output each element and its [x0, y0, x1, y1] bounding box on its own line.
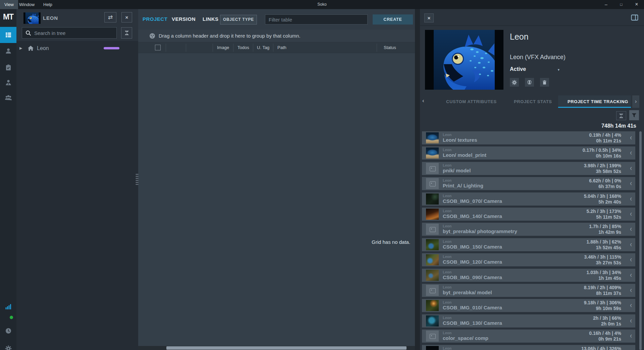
- column-header-path[interactable]: Path: [277, 45, 286, 50]
- time-tracking-row[interactable]: LeonCSOB_IMG_010/ Camera9.18h / 3h | 306…: [422, 299, 635, 312]
- horizontal-scrollbar-thumb[interactable]: [166, 346, 407, 350]
- sidebar-item-settings[interactable]: [0, 341, 16, 350]
- entry-expand-chevron-icon[interactable]: ‹: [630, 240, 632, 249]
- minimize-button[interactable]: –: [601, 0, 611, 9]
- entry-expand-chevron-icon[interactable]: ‹: [630, 133, 632, 142]
- close-window-button[interactable]: ×: [632, 0, 642, 9]
- sidebar-item-person[interactable]: [0, 43, 16, 59]
- entry-expand-chevron-icon[interactable]: ‹: [630, 148, 632, 157]
- close-tree-panel-button[interactable]: ×: [121, 12, 132, 23]
- time-tracking-row[interactable]: LeonCSOB_IMG_150/ Camera1.88h / 3h | 62%…: [422, 238, 635, 251]
- column-separator: [166, 44, 166, 52]
- entry-hours-ratio: 6.62h / 0h | 0%: [589, 178, 621, 183]
- entry-project: Leon: [443, 148, 451, 152]
- entry-expand-chevron-icon[interactable]: ‹: [630, 225, 632, 233]
- entry-time: 5h 2m 40s: [598, 199, 621, 205]
- entry-hours-ratio: 13.06h / 4h | 326%: [581, 346, 621, 350]
- search-input[interactable]: [22, 27, 117, 39]
- time-tracking-row[interactable]: Leonbyt_prerabka/ photogrammetry1.7h / 2…: [422, 223, 635, 236]
- entry-expand-chevron-icon[interactable]: ‹: [630, 347, 632, 350]
- entry-hours-ratio: 3.98h / 2h | 199%: [584, 163, 621, 168]
- entry-hours-ratio: 2h / 3h | 66%: [593, 315, 621, 321]
- filter-table-input[interactable]: [265, 14, 368, 25]
- entry-expand-chevron-icon[interactable]: ‹: [630, 332, 632, 340]
- entry-project: Leon: [443, 239, 451, 244]
- entry-expand-chevron-icon[interactable]: ‹: [630, 164, 632, 173]
- column-header-status[interactable]: Status: [384, 45, 396, 50]
- group-icon: [149, 33, 155, 39]
- entry-project: Leon: [443, 270, 451, 274]
- time-tracking-list: LeonLeon/ textures0.19h / 4h | 4%0h 11m …: [420, 9, 644, 350]
- online-status-dot: [10, 316, 13, 319]
- time-tracking-row[interactable]: Leonbyt_prerabka/ model8.19h / 2h | 409%…: [422, 284, 635, 297]
- entry-expand-chevron-icon[interactable]: ‹: [630, 179, 632, 188]
- entry-expand-chevron-icon[interactable]: ‹: [630, 316, 632, 325]
- entry-thumbnail: [426, 315, 439, 326]
- sidebar-item-time[interactable]: [0, 323, 16, 339]
- create-button[interactable]: CREATE: [373, 14, 413, 25]
- entry-expand-chevron-icon[interactable]: ‹: [630, 255, 632, 264]
- entry-project: Leon: [443, 300, 451, 304]
- sidebar-item-manager[interactable]: [0, 75, 16, 91]
- entry-time: 1h 42m 9s: [598, 229, 621, 235]
- sidebar-item-team[interactable]: [0, 89, 16, 105]
- time-tracking-row[interactable]: LeonCSOB_IMG_140/ Camera5.2h / 3h | 173%…: [422, 208, 635, 221]
- entry-name: CSOB_IMG_090/ Camera: [443, 274, 502, 280]
- entry-thumbnail: [426, 285, 439, 296]
- time-tracking-row[interactable]: LeonCSOB_IMG_090/ Camera1.03h / 3h | 34%…: [422, 269, 635, 282]
- entry-project: Leon: [443, 163, 451, 167]
- entry-thumbnail: [426, 239, 439, 250]
- entry-expand-chevron-icon[interactable]: ‹: [630, 286, 632, 295]
- sidebar-item-browser[interactable]: [0, 27, 16, 43]
- horizontal-scrollbar[interactable]: [138, 346, 415, 350]
- time-tracking-row[interactable]: Leoncolor_space/ comp0.16h / 4h | 4%0h 9…: [422, 330, 635, 343]
- sidebar-item-stats[interactable]: [0, 299, 16, 315]
- select-all-checkbox[interactable]: [155, 45, 161, 50]
- tree-node-leon[interactable]: ▶ Leon: [16, 43, 138, 54]
- entry-hours-ratio: 1.03h / 3h | 34%: [586, 270, 621, 275]
- entry-name: CSOB_IMG_070/ Camera: [443, 198, 502, 204]
- entry-expand-chevron-icon[interactable]: ‹: [630, 301, 632, 310]
- entry-project: Leon: [443, 178, 451, 182]
- vertical-scrollbar[interactable]: [639, 131, 642, 350]
- column-header-todos[interactable]: Todos: [237, 45, 249, 50]
- entry-expand-chevron-icon[interactable]: ‹: [630, 210, 632, 218]
- entry-expand-chevron-icon[interactable]: ‹: [630, 194, 632, 203]
- entry-thumbnail: [426, 346, 439, 350]
- entry-expand-chevron-icon[interactable]: ‹: [630, 271, 632, 279]
- object-type-button[interactable]: OBJECT TYPE: [220, 15, 257, 25]
- vertical-scrollbar-thumb[interactable]: [639, 131, 642, 350]
- clock-icon: [5, 327, 12, 335]
- time-tracking-row[interactable]: Leon13.06h / 4h | 326%‹: [422, 345, 635, 350]
- entry-project: Leon: [443, 133, 451, 137]
- tab-project[interactable]: PROJECT: [143, 16, 167, 22]
- tab-links[interactable]: LINKS: [203, 16, 219, 22]
- tab-version[interactable]: VERSION: [172, 16, 196, 22]
- maximize-button[interactable]: □: [616, 0, 626, 9]
- bar-chart-icon: [5, 303, 12, 310]
- tree-node-label[interactable]: Leon: [37, 45, 49, 51]
- column-separator: [253, 44, 253, 52]
- entry-project: Leon: [443, 346, 451, 350]
- time-tracking-row[interactable]: LeonLeon/ model_print0.17h / 0.5h | 34%0…: [422, 146, 635, 160]
- details-panel: × Leon Leon (VFX Advance) Active ▼: [420, 9, 644, 350]
- collapse-all-button[interactable]: [121, 27, 132, 39]
- time-tracking-row[interactable]: LeonPrint_A/ Lighting6.62h / 0h | 0%6h 3…: [422, 177, 635, 190]
- entry-thumbnail: [426, 193, 439, 205]
- sidebar-item-tasks[interactable]: [0, 59, 16, 76]
- column-separator: [213, 44, 213, 52]
- swap-panel-button[interactable]: ⇄: [104, 12, 116, 23]
- entry-name: pnik/ model: [443, 168, 471, 173]
- expander-icon[interactable]: ▶: [19, 46, 22, 50]
- time-tracking-row[interactable]: LeonCSOB_IMG_070/ Camera5.04h / 3h | 168…: [422, 192, 635, 206]
- time-tracking-row[interactable]: LeonCSOB_IMG_130/ Camera2h / 3h | 66%2h …: [422, 314, 635, 327]
- entry-name: Print_A/ Lighting: [443, 183, 483, 188]
- entry-hours-ratio: 1.88h / 3h | 62%: [586, 239, 621, 245]
- time-tracking-row[interactable]: LeonLeon/ textures0.19h / 4h | 4%0h 11m …: [422, 131, 635, 144]
- app-logo: MT: [0, 12, 16, 21]
- column-header-image[interactable]: Image: [217, 45, 229, 50]
- time-tracking-row[interactable]: Leonpnik/ model3.98h / 2h | 199%3h 58m 5…: [422, 162, 635, 175]
- column-header-u-tag[interactable]: U. Tag: [257, 45, 269, 50]
- group-by-drop-zone[interactable]: Drag a column header and drop it here to…: [138, 30, 415, 42]
- time-tracking-row[interactable]: LeonCSOB_IMG_120/ Camera3.46h / 3h | 115…: [422, 253, 635, 266]
